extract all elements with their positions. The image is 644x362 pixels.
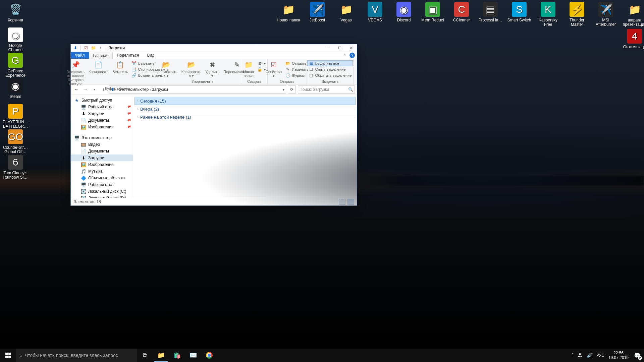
copy-to-button[interactable]: 📂Копировать в ▾ bbox=[179, 60, 203, 78]
close-button[interactable]: ✕ bbox=[345, 44, 357, 52]
notification-center-button[interactable]: 💬2 bbox=[631, 349, 644, 362]
nav-item[interactable]: 🔷Объемные объекты bbox=[71, 175, 133, 181]
view-details-button[interactable] bbox=[339, 199, 345, 205]
nav-this-pc[interactable]: 🖥️ Этот компьютер bbox=[71, 134, 133, 141]
nav-forward-button[interactable]: → bbox=[82, 86, 89, 93]
desktop-icon[interactable]: 4Оптимизаци bbox=[622, 29, 644, 49]
notification-badge: 2 bbox=[638, 356, 642, 360]
nav-quick-access[interactable]: ★ Быстрый доступ bbox=[71, 97, 133, 104]
tray-clock[interactable]: 22:56 19.07.2019 bbox=[608, 351, 629, 360]
nav-back-button[interactable]: ← bbox=[73, 86, 80, 93]
nav-item[interactable]: 💽Локальный диск (D:) bbox=[71, 195, 133, 198]
svg-rect-0 bbox=[5, 353, 8, 355]
address-dropdown-icon[interactable]: ▾ bbox=[283, 88, 284, 92]
app-icon: 4 bbox=[627, 29, 642, 44]
nav-item-label: Локальный диск (D:) bbox=[88, 196, 126, 198]
taskbar-store-button[interactable]: 🛍️ bbox=[169, 349, 185, 362]
chevron-right-icon[interactable]: › bbox=[136, 107, 140, 111]
nav-item[interactable]: 🖼️Изображения bbox=[71, 161, 133, 168]
tray-language[interactable]: РУС bbox=[596, 353, 604, 358]
copy-to-icon: 📂 bbox=[186, 60, 196, 69]
nav-item[interactable]: 🖥️Рабочий стол bbox=[71, 181, 133, 188]
delete-button[interactable]: ✖Удалить ▾ bbox=[203, 60, 221, 78]
tray-overflow-icon[interactable]: ˄ bbox=[572, 353, 574, 358]
star-icon: ★ bbox=[74, 98, 79, 103]
tab-view[interactable]: Вид bbox=[143, 52, 158, 59]
pin-quick-access-button[interactable]: 📌 Закрепить на панели быстрого доступа bbox=[65, 60, 87, 86]
nav-item-icon: 🖼️ bbox=[81, 124, 86, 130]
properties-icon: ☑ bbox=[269, 60, 279, 69]
task-view-button[interactable]: ⧉ bbox=[137, 349, 153, 362]
nav-item[interactable]: 🎞️Видео bbox=[71, 141, 133, 148]
qa-properties-icon[interactable]: ☑ bbox=[82, 44, 90, 52]
minimize-button[interactable]: ─ bbox=[323, 44, 334, 52]
desktop-icon[interactable]: GOCounter-Str… Global Off… bbox=[3, 129, 28, 154]
rename-icon: ✎ bbox=[232, 60, 242, 69]
desktop-icon-label: Tom Clancy's Rainbow Si… bbox=[3, 171, 28, 180]
chevron-right-icon[interactable]: › bbox=[136, 115, 140, 119]
nav-item[interactable]: 🖥️Рабочий стол📌 bbox=[71, 104, 133, 110]
refresh-button[interactable]: ⟳ bbox=[288, 85, 296, 94]
view-large-button[interactable] bbox=[347, 199, 354, 205]
new-item-icon: 🗎 bbox=[257, 61, 263, 66]
ribbon-collapse-icon[interactable]: ˄ bbox=[342, 53, 347, 58]
paste-button[interactable]: 📋 Вставить bbox=[110, 60, 130, 74]
taskbar-explorer-button[interactable]: 📁 bbox=[153, 349, 169, 362]
svg-rect-3 bbox=[8, 356, 11, 358]
crumb-downloads[interactable]: Загрузки bbox=[152, 87, 168, 92]
nav-item-label: Музыка bbox=[88, 169, 102, 174]
navigation-pane[interactable]: ★ Быстрый доступ 🖥️Рабочий стол📌⬇Загрузк… bbox=[71, 95, 133, 198]
content-group-header[interactable]: ›Вчера (2) bbox=[135, 105, 356, 113]
chevron-right-icon[interactable]: › bbox=[136, 99, 140, 103]
nav-item-label: Документы bbox=[88, 149, 109, 154]
nav-item[interactable]: 🖼️Изображения📌 bbox=[71, 124, 133, 130]
new-folder-button[interactable]: 📁Новая папка bbox=[241, 60, 256, 78]
nav-item[interactable]: 🎵Музыка bbox=[71, 168, 133, 175]
nav-item[interactable]: 📄Документы📌 bbox=[71, 117, 133, 124]
invert-selection-button[interactable]: ◫Обратить выделение bbox=[307, 72, 353, 78]
content-group-header[interactable]: ›Ранее на этой неделе (1) bbox=[135, 113, 356, 121]
address-bar[interactable]: ⬇ › Этот компьютер› Загрузки ▾ bbox=[109, 85, 286, 94]
start-button[interactable] bbox=[0, 349, 16, 362]
ribbon-group-organize: Упорядочить bbox=[192, 79, 213, 84]
tray-network-icon[interactable]: 🖧 bbox=[578, 353, 583, 358]
explorer-window: ⬇ ☑ 📁 ▾ Загрузки ─ ☐ ✕ Файл Главная Поде… bbox=[70, 44, 357, 206]
nav-item-icon: 🔷 bbox=[81, 175, 86, 181]
select-all-button[interactable]: ▦Выделить все bbox=[307, 60, 353, 66]
nav-item-icon: 🖥️ bbox=[81, 182, 86, 187]
copy-button[interactable]: 📄 Копировать bbox=[87, 60, 110, 74]
open-icon: 📂 bbox=[285, 61, 290, 66]
nav-item[interactable]: ⬇Загрузки bbox=[71, 155, 133, 161]
nav-item[interactable]: 📄Документы bbox=[71, 148, 133, 155]
taskbar-chrome-button[interactable] bbox=[201, 349, 217, 362]
tab-file[interactable]: Файл bbox=[71, 52, 89, 59]
nav-item-icon: 💽 bbox=[81, 195, 86, 198]
search-input[interactable]: Поиск: Загрузки 🔍 bbox=[298, 85, 355, 94]
taskbar-mail-button[interactable]: ✉️ bbox=[185, 349, 201, 362]
system-tray[interactable]: ˄ 🖧 🔊 РУС 22:56 19.07.2019 bbox=[572, 349, 631, 362]
select-none-button[interactable]: ☐Снять выделение bbox=[307, 66, 353, 72]
qa-dropdown-icon[interactable]: ▾ bbox=[97, 44, 104, 52]
nav-item[interactable]: ⬇Загрузки📌 bbox=[71, 110, 133, 117]
crumb-this-pc[interactable]: Этот компьютер› bbox=[118, 87, 151, 92]
help-icon[interactable]: ? bbox=[350, 53, 355, 58]
nav-item[interactable]: 💽Локальный диск (C:) bbox=[71, 188, 133, 195]
nav-recent-button[interactable]: ▾ bbox=[91, 86, 98, 93]
titlebar[interactable]: ⬇ ☑ 📁 ▾ Загрузки ─ ☐ ✕ bbox=[71, 44, 357, 52]
copy-path-icon: 📑 bbox=[131, 67, 137, 72]
content-group-header[interactable]: ›Сегодня (15) bbox=[135, 97, 356, 105]
qa-folder-icon[interactable]: 📁 bbox=[90, 44, 97, 52]
desktop-icon[interactable]: 6Tom Clancy's Rainbow Si… bbox=[3, 155, 28, 180]
nav-item-icon: 🖼️ bbox=[81, 162, 86, 167]
down-arrow-icon[interactable]: ⬇ bbox=[72, 44, 79, 52]
content-pane[interactable]: ›Сегодня (15)›Вчера (2)›Ранее на этой не… bbox=[133, 95, 357, 198]
nav-up-button[interactable]: ↑ bbox=[100, 86, 107, 93]
tray-volume-icon[interactable]: 🔊 bbox=[587, 353, 592, 358]
move-to-button[interactable]: 📂Переместить в ▾ bbox=[153, 60, 179, 78]
search-placeholder: Поиск: Загрузки bbox=[300, 87, 348, 92]
maximize-button[interactable]: ☐ bbox=[334, 44, 345, 52]
taskbar-search-input[interactable]: ⌕ Чтобы начать поиск, введите здесь запр… bbox=[16, 349, 137, 362]
tab-main[interactable]: Главная bbox=[89, 52, 113, 59]
tab-share[interactable]: Поделиться bbox=[113, 52, 143, 59]
properties-button[interactable]: ☑Свойства ▾ bbox=[264, 60, 284, 78]
